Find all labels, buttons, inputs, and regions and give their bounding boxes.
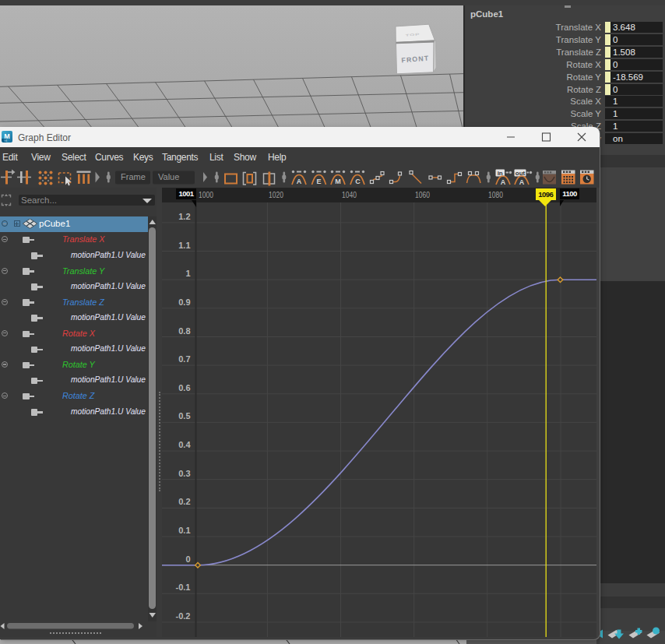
- svg-text:-0.1: -0.1: [176, 582, 191, 592]
- svg-text:0.1: 0.1: [178, 526, 190, 535]
- svg-text:Frame: Frame: [121, 172, 146, 181]
- svg-text:MA: MA: [4, 139, 7, 143]
- svg-text:1: 1: [185, 269, 190, 278]
- svg-text:0.2: 0.2: [178, 497, 190, 506]
- svg-text:0.7: 0.7: [178, 354, 190, 364]
- svg-text:M: M: [335, 178, 341, 185]
- svg-text:E: E: [316, 178, 321, 185]
- svg-text:Value: Value: [158, 172, 179, 181]
- svg-text:1.1: 1.1: [178, 241, 190, 250]
- svg-text:0.4: 0.4: [178, 440, 191, 449]
- svg-text:A: A: [297, 178, 302, 185]
- svg-text:0.6: 0.6: [178, 383, 190, 392]
- svg-text:M: M: [4, 132, 10, 139]
- svg-text:0.9: 0.9: [178, 297, 190, 307]
- svg-text:0.8: 0.8: [178, 326, 190, 336]
- svg-text:0.3: 0.3: [178, 469, 190, 478]
- svg-text:C: C: [355, 178, 361, 185]
- svg-text:0: 0: [185, 554, 190, 564]
- svg-text:A: A: [501, 178, 506, 186]
- svg-text:1.2: 1.2: [178, 212, 190, 221]
- svg-text:-0.2: -0.2: [176, 611, 191, 621]
- svg-text:0.5: 0.5: [178, 411, 190, 421]
- svg-text:A: A: [519, 178, 525, 186]
